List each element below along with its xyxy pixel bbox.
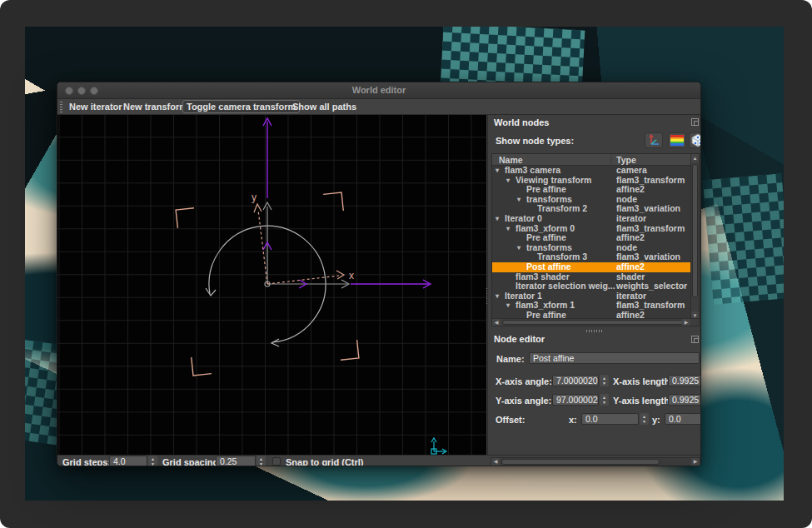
- expander-icon[interactable]: ▾: [517, 195, 521, 205]
- status-bar: Grid steps: 4.0 ▲▼ Grid spacing: 0.25 ▲▼…: [57, 455, 701, 466]
- expander-icon[interactable]: ▾: [506, 301, 510, 311]
- scroll-right-icon[interactable]: ▶: [691, 458, 700, 466]
- unit-axes[interactable]: [263, 202, 349, 288]
- name-label: Name:: [496, 354, 525, 364]
- tree-row[interactable]: Iterator selection weig...weights_select…: [492, 281, 692, 291]
- tree-row[interactable]: ▾flam3 cameracamera: [492, 166, 692, 176]
- axis-y-label: y: [252, 192, 257, 203]
- tree-node-name: Iterator selection weig...: [516, 281, 615, 291]
- expander-icon[interactable]: ▾: [496, 166, 499, 176]
- grid-steps-label: Grid steps:: [62, 457, 111, 466]
- tree-row[interactable]: Pre affineaffine2: [492, 233, 692, 243]
- tree-row[interactable]: ▾Viewing transformflam3_transform: [492, 176, 692, 186]
- x-axis-length-label: X-axis length:: [613, 376, 673, 386]
- y-angle-spinner[interactable]: ▲▼: [600, 394, 609, 406]
- expander-icon[interactable]: ▾: [506, 176, 510, 186]
- y-axis-angle-field[interactable]: 97.0000020: [552, 394, 599, 406]
- expander-icon[interactable]: ▾: [506, 224, 510, 234]
- tree-node-type: affine2: [616, 233, 645, 243]
- world-nodes-title: World nodes: [494, 117, 549, 127]
- show-node-types-label: Show node types:: [496, 136, 574, 146]
- x-angle-spinner[interactable]: ▲▼: [600, 375, 609, 386]
- name-field[interactable]: Post affine: [529, 352, 700, 364]
- axes-icon[interactable]: [645, 132, 663, 148]
- float-panel-icon[interactable]: [691, 336, 699, 343]
- tree-row[interactable]: ▾Iterator 0iterator: [492, 214, 692, 224]
- toolbar-drag-handle-icon[interactable]: [60, 102, 62, 112]
- x-axis-angle-label: X-axis angle:: [496, 376, 552, 386]
- offset-label: Offset:: [496, 415, 525, 425]
- offset-x-spinner[interactable]: ▲▼: [640, 413, 649, 425]
- scrollbar-thumb[interactable]: [692, 164, 698, 297]
- world-editor-window: World editor New iterator New transform …: [57, 82, 701, 466]
- grid-spacing-spinner[interactable]: ▲▼: [257, 456, 266, 466]
- tree-node-type: affine2: [616, 262, 645, 272]
- tree-node-type: weights_selector: [616, 281, 687, 291]
- node-tree: Name Type ▾flam3 cameracamera▾Viewing tr…: [491, 153, 700, 326]
- canvas-overlay: x y: [57, 115, 486, 455]
- tree-row[interactable]: ▾flam3_xform 0flam3_transform: [492, 224, 692, 234]
- toggle-camera-transform-button[interactable]: Toggle camera transform: [182, 100, 300, 113]
- expander-icon[interactable]: ▾: [517, 243, 521, 253]
- editor-horizontal-scrollbar[interactable]: ◀ ▶: [491, 457, 700, 466]
- grid-steps-field[interactable]: 4.0: [109, 456, 147, 466]
- snap-to-grid-label: Snap to grid (Ctrl): [286, 457, 364, 466]
- new-iterator-button[interactable]: New iterator: [66, 100, 126, 113]
- grid-steps-spinner[interactable]: ▲▼: [148, 456, 157, 466]
- toolbar: New iterator New transform Toggle camera…: [57, 99, 700, 115]
- tree-node-name: flam3 camera: [505, 166, 560, 176]
- tree-row[interactable]: Transform 3flam3_variation: [492, 252, 692, 262]
- tree-node-name: Transform 2: [537, 204, 587, 214]
- float-panel-icon[interactable]: [691, 118, 699, 126]
- tree-node-name: Post affine: [526, 262, 571, 272]
- column-header-type[interactable]: Type: [616, 155, 636, 165]
- mini-axis-icon: [431, 438, 446, 454]
- world-canvas[interactable]: x y: [57, 115, 486, 455]
- camera-axes[interactable]: [263, 118, 431, 288]
- tree-horizontal-scrollbar[interactable]: ◀ ▶: [492, 318, 699, 326]
- grid-spacing-label: Grid spacing:: [162, 457, 222, 466]
- tree-node-name: Iterator 0: [505, 214, 542, 224]
- column-header-name[interactable]: Name: [499, 155, 523, 165]
- node-editor-title: Node editor: [494, 334, 545, 344]
- tree-node-name: Pre affine: [526, 233, 566, 243]
- offset-y-field[interactable]: 0.0: [665, 413, 701, 425]
- grid-spacing-field[interactable]: 0.25: [216, 456, 256, 466]
- tree-row[interactable]: ▾flam3_xform 1flam3_transform: [492, 301, 692, 311]
- tree-header[interactable]: Name Type: [492, 154, 699, 166]
- cube-icon[interactable]: [689, 132, 701, 148]
- axis-x-label: x: [349, 270, 354, 281]
- scroll-right-icon[interactable]: ▶: [682, 319, 690, 326]
- expander-icon[interactable]: ▾: [496, 214, 499, 224]
- right-panel: World nodes Show node types:: [487, 115, 701, 455]
- x-axis-angle-field[interactable]: 7.00000202: [552, 375, 599, 386]
- offset-y-label: y:: [652, 415, 660, 425]
- tree-row[interactable]: Pre affineaffine2: [492, 185, 692, 195]
- y-axis-angle-label: Y-axis angle:: [496, 396, 551, 406]
- offset-x-label: x:: [569, 415, 577, 425]
- scrollbar-thumb[interactable]: [501, 459, 660, 465]
- y-axis-length-label: Y-axis length:: [613, 396, 673, 406]
- tree-node-type: camera: [616, 166, 647, 176]
- y-axis-length-field[interactable]: 0.9925: [668, 394, 701, 406]
- palette-icon[interactable]: [668, 132, 686, 148]
- window-title: World editor: [57, 85, 700, 95]
- tree-editor-splitter-handle[interactable]: [586, 330, 603, 332]
- tree-node-type: iterator: [616, 214, 646, 224]
- titlebar[interactable]: World editor: [57, 82, 700, 99]
- scroll-left-icon[interactable]: ◀: [491, 458, 500, 466]
- scroll-up-icon[interactable]: ▲: [691, 154, 699, 162]
- show-all-paths-button[interactable]: Show all paths: [289, 100, 360, 113]
- expander-icon[interactable]: ▾: [496, 291, 499, 301]
- snap-to-grid-checkbox[interactable]: [272, 457, 281, 466]
- fractal-checker-patch: [703, 173, 784, 305]
- scrollbar-thumb[interactable]: [502, 320, 687, 325]
- x-axis-length-field[interactable]: 0.9925: [668, 375, 701, 386]
- offset-x-field[interactable]: 0.0: [581, 413, 639, 425]
- tree-rows: ▾flam3 cameracamera▾Viewing transformfla…: [492, 166, 692, 320]
- tree-row[interactable]: Post affineaffine2: [492, 262, 692, 272]
- column-divider[interactable]: [610, 154, 611, 166]
- new-transform-button[interactable]: New transform: [120, 100, 191, 113]
- tree-vertical-scrollbar[interactable]: ▲ ▼: [690, 154, 699, 320]
- scroll-left-icon[interactable]: ◀: [492, 319, 501, 326]
